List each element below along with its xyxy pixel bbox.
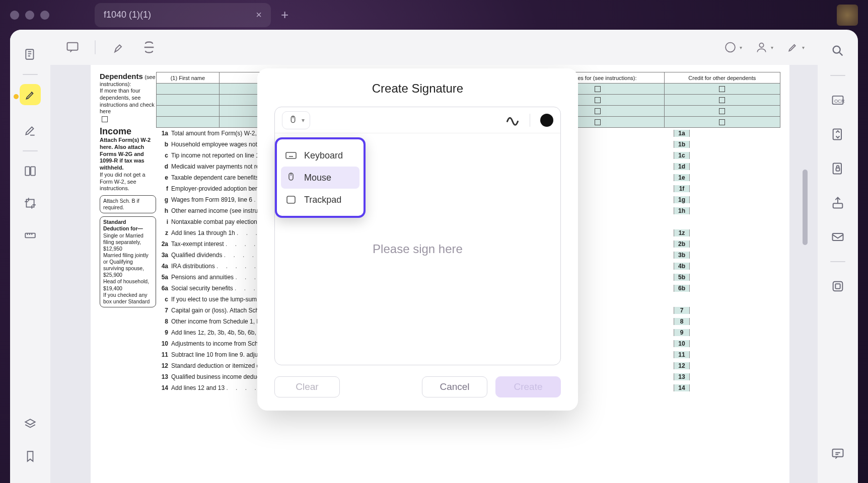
sch-b-note: Attach Sch. B if required. <box>100 195 156 213</box>
line-ref: 13 <box>674 373 690 380</box>
clear-button[interactable]: Clear <box>274 376 340 397</box>
line-ref: 1a <box>674 130 690 137</box>
method-trackpad[interactable]: Trackpad <box>281 189 359 211</box>
close-tab-icon[interactable]: × <box>256 9 262 21</box>
profile-dropdown[interactable]: ▾ <box>755 38 773 56</box>
strikethrough-icon[interactable] <box>140 38 158 56</box>
pen-signature-dropdown[interactable]: ▾ <box>786 38 805 56</box>
close-window[interactable] <box>10 11 19 20</box>
attach-forms-note: Attach Form(s) W-2 here. Also attach For… <box>100 137 156 172</box>
more-than-four-checkbox[interactable] <box>102 116 108 122</box>
zoom-window[interactable] <box>40 11 49 20</box>
cancel-button[interactable]: Cancel <box>422 376 487 397</box>
svg-point-7 <box>759 43 763 47</box>
svg-rect-2 <box>31 167 35 175</box>
app-logo <box>837 5 858 26</box>
method-dropdown-menu: Keyboard Mouse Trackpad <box>275 137 366 218</box>
svg-rect-17 <box>835 284 840 288</box>
dep-check[interactable] <box>719 119 725 125</box>
chat-icon[interactable] <box>828 444 848 464</box>
line-ref: 1c <box>674 152 690 159</box>
highlight-tool-icon[interactable] <box>20 84 41 105</box>
measure-icon[interactable] <box>20 225 41 246</box>
new-tab-button[interactable]: + <box>281 7 288 23</box>
divider <box>830 75 845 76</box>
batch-icon[interactable] <box>828 276 848 296</box>
mail-icon[interactable] <box>828 227 848 247</box>
line-number: g <box>156 196 171 203</box>
app-body: ▾ ▾ ▾ OCR Dependents (see instructions):… <box>10 30 858 483</box>
signature-toolbar: ▾ Keyboard Mouse <box>275 107 560 133</box>
line-ref: 4b <box>674 263 690 270</box>
line-number: h <box>156 207 171 214</box>
mouse-icon <box>287 115 299 126</box>
svg-rect-0 <box>26 49 33 59</box>
line-number: 11 <box>156 351 171 358</box>
line-number: e <box>156 174 171 181</box>
share-icon[interactable] <box>828 193 848 213</box>
minimize-window[interactable] <box>25 11 34 20</box>
svg-rect-12 <box>833 164 841 174</box>
dep-check[interactable] <box>595 97 601 103</box>
layers-icon[interactable] <box>20 414 41 435</box>
line-number: c <box>156 296 171 303</box>
line-number: d <box>156 163 171 170</box>
svg-rect-16 <box>833 282 843 291</box>
line-number: 6a <box>156 285 171 292</box>
dep-check[interactable] <box>719 97 725 103</box>
method-label: Mouse <box>304 173 331 183</box>
dep-check[interactable] <box>595 119 601 125</box>
page-thumbnails-icon[interactable] <box>20 44 41 65</box>
line-number: 3a <box>156 252 171 259</box>
bookmark-icon[interactable] <box>20 446 41 467</box>
signature-box: ▾ Keyboard Mouse <box>274 107 561 365</box>
dep-check[interactable] <box>595 86 601 92</box>
line-ref: 2b <box>674 240 690 248</box>
create-signature-dialog: Create Signature ▾ Keyboard <box>257 68 578 411</box>
sd-item: Head of household, $19,400 <box>103 278 153 291</box>
protect-icon[interactable] <box>828 158 848 179</box>
svg-point-6 <box>726 43 735 52</box>
divider <box>830 261 845 262</box>
dependents-heading: Dependents <box>100 72 143 80</box>
crop-icon[interactable] <box>20 193 41 214</box>
line-number: f <box>156 185 171 192</box>
dialog-buttons: Clear Cancel Create <box>274 376 561 397</box>
convert-icon[interactable] <box>828 124 848 144</box>
input-method-dropdown[interactable]: ▾ Keyboard Mouse <box>282 111 310 129</box>
svg-rect-1 <box>25 167 30 175</box>
titlebar: f1040 (1)(1) × + <box>0 0 868 30</box>
dep-check[interactable] <box>719 86 725 92</box>
method-keyboard[interactable]: Keyboard <box>281 144 359 167</box>
col-other-dep: Credit for other dependents <box>664 72 780 84</box>
search-icon[interactable] <box>828 41 848 61</box>
line-number: 2a <box>156 240 171 248</box>
comments-icon[interactable] <box>63 38 82 56</box>
compare-icon[interactable] <box>20 160 41 182</box>
ocr-icon[interactable]: OCR <box>828 90 848 110</box>
line-number: b <box>156 141 171 148</box>
color-picker[interactable] <box>540 114 553 127</box>
vertical-scrollbar[interactable] <box>803 170 808 245</box>
create-button[interactable]: Create <box>495 376 561 397</box>
line-number: 1a <box>156 130 171 137</box>
col-first-name: (1) First name <box>157 72 220 84</box>
income-heading: Income <box>100 126 156 137</box>
dialog-title: Create Signature <box>274 82 561 96</box>
stroke-style-icon[interactable] <box>505 113 520 127</box>
dep-check[interactable] <box>719 108 725 114</box>
svg-rect-15 <box>833 233 843 240</box>
line-ref: 12 <box>674 362 690 369</box>
trackpad-icon <box>285 194 297 206</box>
document-viewport[interactable]: Dependents (see instructions): If more t… <box>50 65 818 483</box>
document-tab[interactable]: f1040 (1)(1) × <box>95 3 271 27</box>
sign-tool-icon[interactable] <box>20 120 41 141</box>
stamp-dropdown[interactable]: ▾ <box>724 38 742 56</box>
line-number: 10 <box>156 340 171 347</box>
line-ref: 8 <box>674 318 690 325</box>
dep-check[interactable] <box>595 108 601 114</box>
method-mouse[interactable]: Mouse <box>281 167 359 189</box>
marker-icon[interactable] <box>109 38 127 56</box>
line-ref: 14 <box>674 384 690 391</box>
traffic-lights <box>10 11 49 20</box>
